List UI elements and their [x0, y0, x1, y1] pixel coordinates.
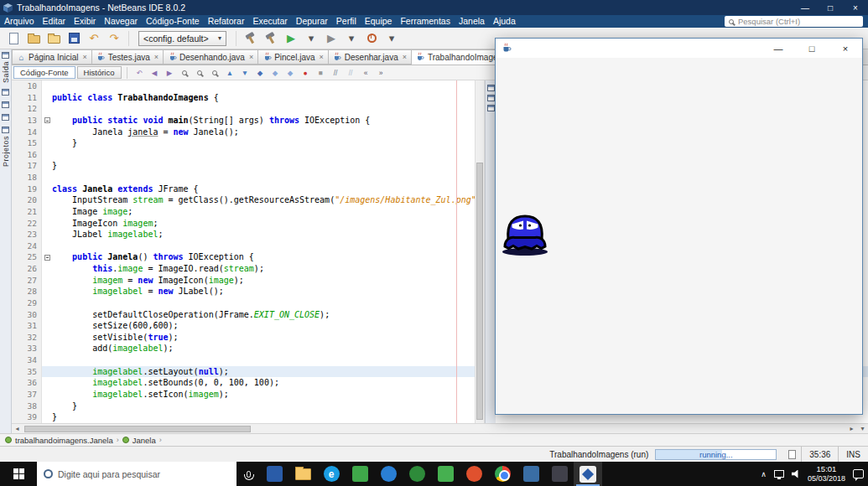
- taskbar-app-edge[interactable]: e: [317, 462, 346, 486]
- tab-p-gina-inicial[interactable]: ⌂Página Inicial×: [12, 49, 92, 65]
- scrollbar-thumb[interactable]: [24, 426, 251, 432]
- run-project-icon[interactable]: ▶: [282, 30, 300, 47]
- menu-janela[interactable]: Janela: [455, 15, 489, 28]
- menu-ajuda[interactable]: Ajuda: [489, 15, 520, 28]
- line-number[interactable]: 30: [12, 309, 42, 321]
- minimized-projects-window[interactable]: Projetos: [2, 127, 10, 167]
- minimized-window-icon[interactable]: [487, 85, 495, 91]
- stop-macro-icon[interactable]: ■: [314, 66, 328, 79]
- comment-icon[interactable]: //: [329, 66, 343, 79]
- line-number[interactable]: 37: [12, 389, 42, 401]
- previous-bookmark-icon[interactable]: ◆: [268, 66, 283, 79]
- menu-arquivo[interactable]: Arquivo: [0, 15, 39, 28]
- debug-project-icon[interactable]: ▶: [322, 30, 340, 47]
- menu-executar[interactable]: Executar: [248, 15, 291, 28]
- notification-center-icon[interactable]: [853, 469, 864, 478]
- minimized-output-window[interactable]: Saída: [2, 52, 10, 83]
- line-number[interactable]: 36: [12, 377, 42, 389]
- tab-close-icon[interactable]: ×: [154, 53, 159, 61]
- tab-close-icon[interactable]: ×: [82, 53, 86, 61]
- taskbar-app-app6[interactable]: [517, 462, 545, 486]
- scroll-right-icon[interactable]: ▸: [846, 425, 857, 432]
- toggle-bookmark-icon[interactable]: ◆: [253, 66, 268, 79]
- toggle-search-highlight-icon[interactable]: [208, 66, 222, 79]
- save-all-icon[interactable]: [65, 30, 83, 47]
- menu-navegar[interactable]: Navegar: [100, 15, 142, 28]
- line-number[interactable]: 22: [12, 218, 42, 230]
- breadcrumb-item[interactable]: trabalhandoimagens.Janela: [15, 436, 113, 445]
- taskbar-app-app3[interactable]: [374, 462, 403, 486]
- profile-dropdown-icon[interactable]: ▾: [382, 30, 401, 47]
- clean-build-project-icon[interactable]: [262, 30, 280, 47]
- maximize-button[interactable]: □: [795, 39, 829, 58]
- last-edit-icon[interactable]: ↶: [133, 66, 147, 79]
- tab-pincel-java[interactable]: Pincel.java×: [258, 49, 329, 65]
- taskbar-clock[interactable]: 15:01 05/03/2018: [808, 464, 845, 483]
- line-number[interactable]: 19: [12, 184, 42, 195]
- find-selection-icon[interactable]: [193, 66, 207, 79]
- line-number[interactable]: 28: [12, 286, 42, 297]
- line-number[interactable]: 13: [12, 115, 42, 127]
- menu-exibir[interactable]: Exibir: [70, 15, 100, 28]
- line-number[interactable]: 20: [12, 194, 42, 206]
- tab-testes-java[interactable]: Testes.java×: [92, 49, 164, 65]
- line-number[interactable]: 32: [12, 332, 42, 344]
- line-number[interactable]: 26: [12, 263, 42, 275]
- java-app-window[interactable]: — □ ×: [495, 38, 863, 415]
- find-icon[interactable]: [178, 66, 192, 79]
- tray-expand-icon[interactable]: ∧: [761, 470, 767, 478]
- minimized-window-icon[interactable]: [2, 89, 9, 96]
- fold-toggle-icon[interactable]: [42, 115, 52, 127]
- line-number[interactable]: 39: [12, 411, 42, 423]
- undo-icon[interactable]: ↶: [85, 30, 103, 47]
- line-number[interactable]: 24: [12, 240, 42, 252]
- run-dropdown-icon[interactable]: ▾: [302, 30, 320, 47]
- menu-equipe[interactable]: Equipe: [361, 15, 397, 28]
- menu-c-digo-fonte[interactable]: Código-Fonte: [142, 15, 204, 28]
- shift-left-icon[interactable]: «: [359, 66, 373, 79]
- line-number[interactable]: 12: [12, 103, 42, 115]
- minimized-window-icon[interactable]: [487, 105, 495, 111]
- source-view-button[interactable]: Código-Fonte: [13, 66, 75, 79]
- line-number[interactable]: 15: [12, 137, 42, 149]
- quick-search-box[interactable]: Pesquisar (Ctrl+I): [725, 16, 863, 27]
- taskbar-app-app2[interactable]: [346, 462, 374, 486]
- line-number[interactable]: 23: [12, 229, 42, 240]
- scrollbar-track[interactable]: [23, 425, 846, 433]
- line-number[interactable]: 18: [12, 172, 42, 184]
- next-occurrence-icon[interactable]: ▼: [238, 66, 252, 79]
- line-number[interactable]: 21: [12, 206, 42, 218]
- breadcrumb-item[interactable]: Janela: [133, 436, 156, 445]
- scroll-down-icon[interactable]: ▾: [857, 425, 868, 432]
- editor-horizontal-scrollbar[interactable]: ◂ ▸ ▾: [12, 423, 868, 433]
- back-icon[interactable]: ◀: [148, 66, 162, 79]
- scroll-left-icon[interactable]: ◂: [12, 425, 23, 432]
- line-number[interactable]: 16: [12, 149, 42, 161]
- taskbar-app-file-explorer[interactable]: [288, 462, 317, 486]
- taskbar-app-app5[interactable]: [431, 462, 460, 486]
- minimize-button[interactable]: —: [761, 39, 795, 58]
- new-project-icon[interactable]: [24, 30, 43, 47]
- minimized-window-icon[interactable]: [2, 101, 9, 108]
- maximize-button[interactable]: □: [818, 0, 843, 15]
- history-view-button[interactable]: Histórico: [77, 66, 122, 79]
- line-number[interactable]: 33: [12, 343, 42, 354]
- tab-desenhando-java[interactable]: Desenhando.java×: [164, 49, 258, 65]
- taskbar-app-app4[interactable]: [403, 462, 431, 486]
- taskbar-app-netbeans[interactable]: [574, 462, 602, 486]
- tab-desenhar-java[interactable]: Desenhar.java×: [329, 49, 412, 65]
- minimize-button[interactable]: —: [793, 0, 818, 15]
- start-button[interactable]: [0, 462, 37, 486]
- menu-perfil[interactable]: Perfil: [332, 15, 361, 28]
- tab-close-icon[interactable]: ×: [249, 53, 253, 61]
- minimized-window-icon[interactable]: [487, 95, 495, 101]
- line-number[interactable]: 38: [12, 401, 42, 412]
- line-number[interactable]: 10: [12, 80, 42, 92]
- forward-icon[interactable]: ▶: [163, 66, 177, 79]
- record-macro-icon[interactable]: ●: [299, 66, 313, 79]
- editor-vertical-scrollbar[interactable]: [475, 80, 485, 423]
- taskbar-app-app7[interactable]: [545, 462, 574, 486]
- build-project-icon[interactable]: [242, 30, 260, 47]
- menu-refatorar[interactable]: Refatorar: [204, 15, 249, 28]
- taskbar-app-chrome[interactable]: [488, 462, 517, 486]
